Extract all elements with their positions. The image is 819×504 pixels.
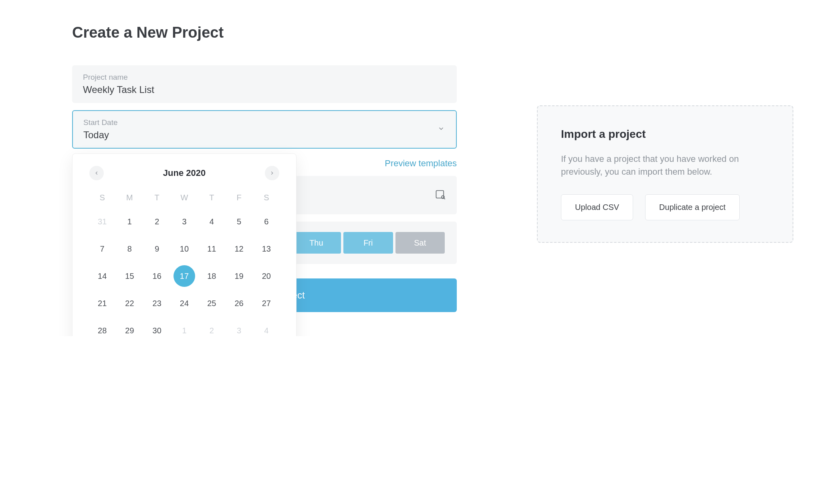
datepicker-day[interactable]: 27: [253, 295, 280, 311]
preview-templates-link[interactable]: Preview templates: [385, 158, 457, 169]
search-template-icon[interactable]: [435, 189, 446, 202]
datepicker-day[interactable]: 24: [171, 295, 198, 311]
svg-rect-0: [436, 191, 444, 198]
datepicker-day[interactable]: 25: [198, 295, 225, 311]
datepicker-month-label: June 2020: [163, 168, 206, 178]
datepicker-day[interactable]: 3: [225, 323, 252, 336]
svg-line-2: [444, 198, 445, 199]
datepicker-day[interactable]: 15: [116, 268, 143, 284]
datepicker-day[interactable]: 4: [198, 214, 225, 230]
datepicker-dow: S: [89, 193, 116, 202]
datepicker-day[interactable]: 10: [171, 241, 198, 257]
working-day-toggle[interactable]: Thu: [292, 232, 341, 254]
page-title: Create a New Project: [72, 24, 747, 41]
datepicker-popup: June 2020 SMTWTFS31123456789101112131415…: [72, 153, 297, 336]
start-date-field[interactable]: Start Date Today: [72, 110, 457, 149]
datepicker-day[interactable]: 3: [171, 214, 198, 230]
datepicker-day[interactable]: 28: [89, 323, 116, 336]
datepicker-day[interactable]: 13: [253, 241, 280, 257]
prev-month-button[interactable]: [89, 166, 104, 180]
datepicker-day[interactable]: 14: [89, 268, 116, 284]
working-day-toggle[interactable]: Sat: [395, 232, 445, 254]
datepicker-day[interactable]: 22: [116, 295, 143, 311]
datepicker-day[interactable]: 21: [89, 295, 116, 311]
datepicker-day[interactable]: 16: [143, 268, 171, 284]
datepicker-day[interactable]: 29: [116, 323, 143, 336]
datepicker-dow: T: [143, 193, 171, 202]
datepicker-day[interactable]: 23: [143, 295, 171, 311]
datepicker-day[interactable]: 7: [89, 241, 116, 257]
datepicker-dow: S: [253, 193, 280, 202]
import-card: Import a project If you have a project t…: [537, 105, 793, 243]
start-date-value: Today: [83, 129, 446, 141]
datepicker-day[interactable]: 1: [171, 323, 198, 336]
datepicker-day[interactable]: 31: [89, 214, 116, 230]
project-name-field[interactable]: Project name Weekly Task List: [72, 65, 457, 103]
datepicker-day[interactable]: 1: [116, 214, 143, 230]
datepicker-day[interactable]: 2: [198, 323, 225, 336]
duplicate-project-button[interactable]: Duplicate a project: [645, 194, 740, 220]
next-month-button[interactable]: [265, 166, 279, 180]
datepicker-day[interactable]: 8: [116, 241, 143, 257]
datepicker-dow: F: [225, 193, 252, 202]
project-name-value: Weekly Task List: [83, 84, 446, 95]
datepicker-day[interactable]: 30: [143, 323, 171, 336]
import-title: Import a project: [561, 128, 769, 141]
datepicker-day[interactable]: 18: [198, 268, 225, 284]
datepicker-day[interactable]: 9: [143, 241, 171, 257]
datepicker-day[interactable]: 4: [253, 323, 280, 336]
datepicker-dow: M: [116, 193, 143, 202]
import-description: If you have a project that you have work…: [561, 153, 769, 178]
datepicker-dow: W: [171, 193, 198, 202]
datepicker-day[interactable]: 11: [198, 241, 225, 257]
datepicker-day[interactable]: 5: [225, 214, 252, 230]
datepicker-day[interactable]: 17: [171, 268, 198, 284]
datepicker-day[interactable]: 19: [225, 268, 252, 284]
working-day-toggle[interactable]: Fri: [343, 232, 393, 254]
datepicker-day[interactable]: 2: [143, 214, 171, 230]
datepicker-day[interactable]: 12: [225, 241, 252, 257]
datepicker-day[interactable]: 6: [253, 214, 280, 230]
chevron-down-icon: [438, 125, 445, 134]
upload-csv-button[interactable]: Upload CSV: [561, 194, 633, 220]
datepicker-dow: T: [198, 193, 225, 202]
start-date-label: Start Date: [83, 118, 446, 127]
datepicker-day[interactable]: 26: [225, 295, 252, 311]
datepicker-day[interactable]: 20: [253, 268, 280, 284]
project-name-label: Project name: [83, 73, 446, 82]
